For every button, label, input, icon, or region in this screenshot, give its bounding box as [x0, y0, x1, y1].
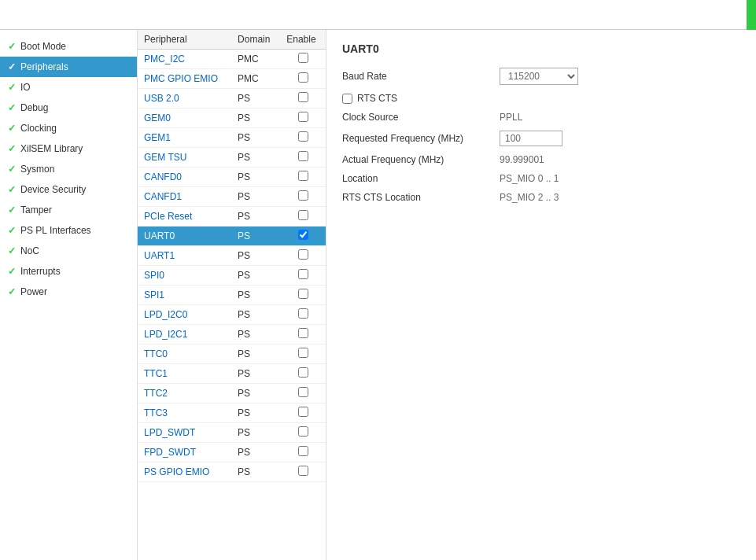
table-row[interactable]: LPD_SWDTPS	[138, 423, 326, 443]
peripheral-enable[interactable]	[280, 403, 326, 423]
table-row[interactable]: TTC3PS	[138, 403, 326, 423]
enable-checkbox[interactable]	[298, 446, 308, 456]
baud-rate-select[interactable]: 9600192003840057600115200230400	[500, 68, 578, 85]
peripheral-enable[interactable]	[280, 168, 326, 187]
peripheral-enable[interactable]	[280, 148, 326, 168]
sidebar-item-clocking[interactable]: ✓Clocking	[0, 118, 137, 138]
enable-checkbox[interactable]	[298, 151, 308, 161]
peripheral-name[interactable]: TTC1	[138, 364, 231, 384]
peripheral-name[interactable]: UART0	[138, 227, 231, 246]
peripheral-enable[interactable]	[280, 89, 326, 109]
peripheral-enable[interactable]	[280, 364, 326, 384]
enable-checkbox[interactable]	[298, 269, 308, 279]
sidebar-item-ps-pl-interfaces[interactable]: ✓PS PL Interfaces	[0, 220, 137, 241]
table-row[interactable]: GEM TSUPS	[138, 148, 326, 168]
sidebar-item-xilsem-library[interactable]: ✓XilSEM Library	[0, 138, 137, 159]
enable-checkbox[interactable]	[298, 387, 308, 397]
peripheral-name[interactable]: PMC_I2C	[138, 50, 231, 69]
peripheral-enable[interactable]	[280, 384, 326, 403]
enable-checkbox[interactable]	[298, 131, 308, 142]
sidebar-item-device-security[interactable]: ✓Device Security	[0, 179, 137, 200]
peripheral-enable[interactable]	[280, 305, 326, 325]
peripheral-enable[interactable]	[280, 109, 326, 128]
peripheral-name[interactable]: SPI1	[138, 286, 231, 305]
rts-cts-label[interactable]: RTS CTS	[342, 93, 397, 104]
peripheral-name[interactable]: TTC3	[138, 403, 231, 423]
table-row[interactable]: SPI0PS	[138, 266, 326, 286]
peripheral-enable[interactable]	[280, 443, 326, 462]
peripheral-name[interactable]: SPI0	[138, 266, 231, 286]
table-row[interactable]: PCIe ResetPS	[138, 207, 326, 227]
enable-checkbox[interactable]	[298, 171, 308, 181]
peripheral-enable[interactable]	[280, 246, 326, 266]
requested-freq-input[interactable]	[500, 131, 562, 146]
table-row[interactable]: USB 2.0PS	[138, 89, 326, 109]
peripheral-name[interactable]: TTC0	[138, 344, 231, 364]
peripheral-name[interactable]: GEM1	[138, 128, 231, 148]
sidebar-item-sysmon[interactable]: ✓Sysmon	[0, 159, 137, 179]
table-row[interactable]: PS GPIO EMIOPS	[138, 462, 326, 482]
peripheral-name[interactable]: LPD_I2C0	[138, 305, 231, 325]
table-row[interactable]: UART1PS	[138, 246, 326, 266]
enable-checkbox[interactable]	[298, 289, 308, 299]
peripheral-enable[interactable]	[280, 462, 326, 482]
rts-cts-checkbox[interactable]	[342, 94, 352, 104]
peripheral-name[interactable]: LPD_SWDT	[138, 423, 231, 443]
sidebar-item-tamper[interactable]: ✓Tamper	[0, 200, 137, 220]
table-row[interactable]: SPI1PS	[138, 286, 326, 305]
table-row[interactable]: LPD_I2C0PS	[138, 305, 326, 325]
table-row[interactable]: CANFD1PS	[138, 187, 326, 207]
table-row[interactable]: TTC1PS	[138, 364, 326, 384]
peripheral-enable[interactable]	[280, 207, 326, 227]
enable-checkbox[interactable]	[298, 426, 308, 437]
table-row[interactable]: GEM1PS	[138, 128, 326, 148]
enable-checkbox[interactable]	[298, 328, 308, 338]
enable-checkbox[interactable]	[298, 92, 308, 102]
peripheral-name[interactable]: TTC2	[138, 384, 231, 403]
enable-checkbox[interactable]	[298, 308, 308, 319]
peripheral-name[interactable]: PS GPIO EMIO	[138, 462, 231, 482]
sidebar-item-debug[interactable]: ✓Debug	[0, 98, 137, 118]
peripheral-name[interactable]: PMC GPIO EMIO	[138, 69, 231, 89]
sidebar-item-io[interactable]: ✓IO	[0, 77, 137, 98]
enable-checkbox[interactable]	[298, 230, 308, 240]
enable-checkbox[interactable]	[298, 210, 308, 220]
peripheral-enable[interactable]	[280, 50, 326, 69]
table-row[interactable]: GEM0PS	[138, 109, 326, 128]
peripheral-name[interactable]: UART1	[138, 246, 231, 266]
table-row[interactable]: FPD_SWDTPS	[138, 443, 326, 462]
peripheral-enable[interactable]	[280, 266, 326, 286]
peripheral-enable[interactable]	[280, 286, 326, 305]
peripheral-enable[interactable]	[280, 128, 326, 148]
table-row[interactable]: LPD_I2C1PS	[138, 325, 326, 344]
enable-checkbox[interactable]	[298, 53, 308, 63]
enable-checkbox[interactable]	[298, 367, 308, 378]
sidebar-item-boot-mode[interactable]: ✓Boot Mode	[0, 36, 137, 57]
peripheral-name[interactable]: FPD_SWDT	[138, 443, 231, 462]
enable-checkbox[interactable]	[298, 407, 308, 417]
peripheral-name[interactable]: GEM TSU	[138, 148, 231, 168]
sidebar-item-power[interactable]: ✓Power	[0, 282, 137, 302]
enable-checkbox[interactable]	[298, 348, 308, 358]
enable-checkbox[interactable]	[298, 190, 308, 201]
peripheral-enable[interactable]	[280, 187, 326, 207]
peripheral-name[interactable]: CANFD0	[138, 168, 231, 187]
peripheral-enable[interactable]	[280, 423, 326, 443]
peripheral-enable[interactable]	[280, 325, 326, 344]
sidebar-item-peripherals[interactable]: ✓Peripherals	[0, 57, 137, 77]
table-row[interactable]: CANFD0PS	[138, 168, 326, 187]
peripheral-name[interactable]: PCIe Reset	[138, 207, 231, 227]
peripheral-name[interactable]: LPD_I2C1	[138, 325, 231, 344]
sidebar-item-noc[interactable]: ✓NoC	[0, 241, 137, 261]
table-row[interactable]: TTC2PS	[138, 384, 326, 403]
peripheral-name[interactable]: CANFD1	[138, 187, 231, 207]
table-row[interactable]: PMC GPIO EMIOPMC	[138, 69, 326, 89]
enable-checkbox[interactable]	[298, 112, 308, 122]
peripheral-enable[interactable]	[280, 344, 326, 364]
enable-checkbox[interactable]	[298, 466, 308, 476]
peripheral-name[interactable]: USB 2.0	[138, 89, 231, 109]
table-row[interactable]: TTC0PS	[138, 344, 326, 364]
sidebar-item-interrupts[interactable]: ✓Interrupts	[0, 261, 137, 282]
enable-checkbox[interactable]	[298, 249, 308, 260]
peripheral-enable[interactable]	[280, 69, 326, 89]
